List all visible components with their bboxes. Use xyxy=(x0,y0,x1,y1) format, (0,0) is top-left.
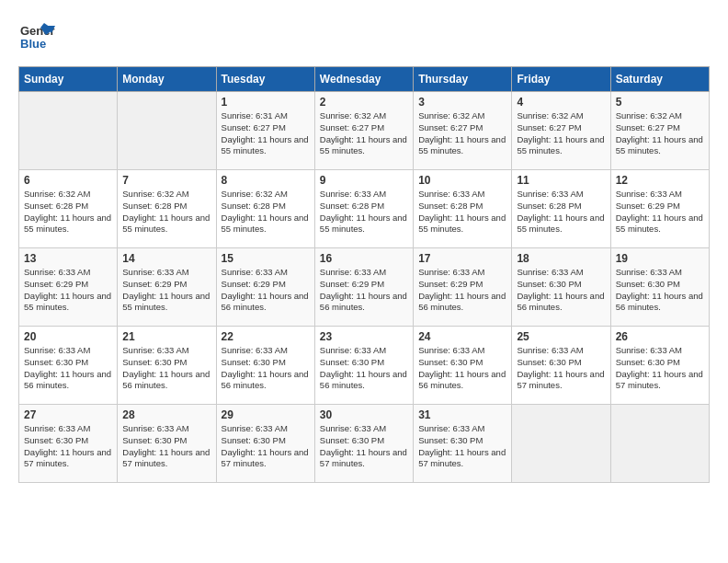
week-row-4: 20Sunrise: 6:33 AM Sunset: 6:30 PM Dayli… xyxy=(19,327,710,405)
calendar-cell: 22Sunrise: 6:33 AM Sunset: 6:30 PM Dayli… xyxy=(216,327,314,405)
day-info: Sunrise: 6:33 AM Sunset: 6:30 PM Dayligh… xyxy=(616,345,704,392)
day-number: 9 xyxy=(320,174,408,187)
day-number: 4 xyxy=(517,96,605,109)
day-number: 3 xyxy=(418,96,506,109)
calendar-cell: 4Sunrise: 6:32 AM Sunset: 6:27 PM Daylig… xyxy=(512,92,610,170)
day-number: 14 xyxy=(122,252,210,265)
calendar-cell: 7Sunrise: 6:32 AM Sunset: 6:28 PM Daylig… xyxy=(118,170,216,248)
calendar-cell: 31Sunrise: 6:33 AM Sunset: 6:30 PM Dayli… xyxy=(414,405,512,483)
svg-text:Blue: Blue xyxy=(20,37,46,51)
week-row-1: 1Sunrise: 6:31 AM Sunset: 6:27 PM Daylig… xyxy=(19,92,710,170)
day-info: Sunrise: 6:33 AM Sunset: 6:29 PM Dayligh… xyxy=(418,267,506,314)
calendar-cell: 13Sunrise: 6:33 AM Sunset: 6:29 PM Dayli… xyxy=(19,248,118,327)
day-info: Sunrise: 6:32 AM Sunset: 6:27 PM Dayligh… xyxy=(418,110,506,157)
calendar-cell: 11Sunrise: 6:33 AM Sunset: 6:28 PM Dayli… xyxy=(512,170,610,248)
day-info: Sunrise: 6:33 AM Sunset: 6:28 PM Dayligh… xyxy=(517,189,605,236)
day-number: 11 xyxy=(517,174,605,187)
day-number: 13 xyxy=(24,252,112,265)
calendar-cell: 21Sunrise: 6:33 AM Sunset: 6:30 PM Dayli… xyxy=(118,327,216,405)
calendar-cell: 16Sunrise: 6:33 AM Sunset: 6:29 PM Dayli… xyxy=(314,248,413,327)
calendar-cell: 26Sunrise: 6:33 AM Sunset: 6:30 PM Dayli… xyxy=(610,327,709,405)
day-info: Sunrise: 6:33 AM Sunset: 6:29 PM Dayligh… xyxy=(24,267,112,314)
calendar-cell: 15Sunrise: 6:33 AM Sunset: 6:29 PM Dayli… xyxy=(216,248,314,327)
header-thursday: Thursday xyxy=(414,67,512,92)
calendar-cell: 1Sunrise: 6:31 AM Sunset: 6:27 PM Daylig… xyxy=(216,92,314,170)
day-number: 25 xyxy=(517,330,605,343)
day-number: 7 xyxy=(122,174,210,187)
day-info: Sunrise: 6:33 AM Sunset: 6:30 PM Dayligh… xyxy=(418,345,506,392)
calendar-cell: 29Sunrise: 6:33 AM Sunset: 6:30 PM Dayli… xyxy=(216,405,314,483)
calendar-cell: 12Sunrise: 6:33 AM Sunset: 6:29 PM Dayli… xyxy=(610,170,709,248)
day-number: 31 xyxy=(418,408,506,421)
day-number: 6 xyxy=(24,174,112,187)
day-number: 16 xyxy=(320,252,408,265)
day-number: 12 xyxy=(616,174,704,187)
logo: General Blue xyxy=(18,18,55,59)
calendar-cell: 25Sunrise: 6:33 AM Sunset: 6:30 PM Dayli… xyxy=(512,327,610,405)
calendar-cell xyxy=(512,405,610,483)
calendar-cell: 28Sunrise: 6:33 AM Sunset: 6:30 PM Dayli… xyxy=(118,405,216,483)
day-info: Sunrise: 6:32 AM Sunset: 6:27 PM Dayligh… xyxy=(320,110,408,157)
calendar-cell: 23Sunrise: 6:33 AM Sunset: 6:30 PM Dayli… xyxy=(314,327,413,405)
calendar-table: SundayMondayTuesdayWednesdayThursdayFrid… xyxy=(18,66,710,483)
day-info: Sunrise: 6:33 AM Sunset: 6:30 PM Dayligh… xyxy=(320,423,408,470)
calendar-cell: 30Sunrise: 6:33 AM Sunset: 6:30 PM Dayli… xyxy=(314,405,413,483)
day-info: Sunrise: 6:33 AM Sunset: 6:30 PM Dayligh… xyxy=(320,345,408,392)
day-info: Sunrise: 6:33 AM Sunset: 6:30 PM Dayligh… xyxy=(24,345,112,392)
calendar-cell: 6Sunrise: 6:32 AM Sunset: 6:28 PM Daylig… xyxy=(19,170,118,248)
header-monday: Monday xyxy=(118,67,216,92)
day-info: Sunrise: 6:33 AM Sunset: 6:29 PM Dayligh… xyxy=(320,267,408,314)
day-number: 1 xyxy=(222,96,310,109)
day-number: 21 xyxy=(122,330,210,343)
calendar-header-row: SundayMondayTuesdayWednesdayThursdayFrid… xyxy=(19,67,710,92)
week-row-5: 27Sunrise: 6:33 AM Sunset: 6:30 PM Dayli… xyxy=(19,405,710,483)
day-info: Sunrise: 6:33 AM Sunset: 6:29 PM Dayligh… xyxy=(122,267,210,314)
header-friday: Friday xyxy=(512,67,610,92)
day-info: Sunrise: 6:33 AM Sunset: 6:30 PM Dayligh… xyxy=(122,423,210,470)
day-number: 26 xyxy=(616,330,704,343)
header-saturday: Saturday xyxy=(610,67,709,92)
week-row-2: 6Sunrise: 6:32 AM Sunset: 6:28 PM Daylig… xyxy=(19,170,710,248)
calendar-cell: 18Sunrise: 6:33 AM Sunset: 6:30 PM Dayli… xyxy=(512,248,610,327)
day-info: Sunrise: 6:33 AM Sunset: 6:30 PM Dayligh… xyxy=(222,423,310,470)
calendar-cell xyxy=(610,405,709,483)
day-number: 28 xyxy=(122,408,210,421)
day-number: 29 xyxy=(222,408,310,421)
calendar-cell: 10Sunrise: 6:33 AM Sunset: 6:28 PM Dayli… xyxy=(414,170,512,248)
calendar-cell: 24Sunrise: 6:33 AM Sunset: 6:30 PM Dayli… xyxy=(414,327,512,405)
header-tuesday: Tuesday xyxy=(216,67,314,92)
day-info: Sunrise: 6:33 AM Sunset: 6:28 PM Dayligh… xyxy=(320,189,408,236)
day-info: Sunrise: 6:33 AM Sunset: 6:30 PM Dayligh… xyxy=(616,267,704,314)
week-row-3: 13Sunrise: 6:33 AM Sunset: 6:29 PM Dayli… xyxy=(19,248,710,327)
day-number: 17 xyxy=(418,252,506,265)
day-number: 15 xyxy=(222,252,310,265)
calendar-cell: 9Sunrise: 6:33 AM Sunset: 6:28 PM Daylig… xyxy=(314,170,413,248)
day-number: 18 xyxy=(517,252,605,265)
day-info: Sunrise: 6:32 AM Sunset: 6:27 PM Dayligh… xyxy=(517,110,605,157)
day-info: Sunrise: 6:33 AM Sunset: 6:29 PM Dayligh… xyxy=(222,267,310,314)
header-wednesday: Wednesday xyxy=(314,67,413,92)
calendar-cell: 14Sunrise: 6:33 AM Sunset: 6:29 PM Dayli… xyxy=(118,248,216,327)
day-number: 8 xyxy=(222,174,310,187)
day-info: Sunrise: 6:33 AM Sunset: 6:28 PM Dayligh… xyxy=(418,189,506,236)
day-number: 5 xyxy=(616,96,704,109)
day-number: 20 xyxy=(24,330,112,343)
day-number: 23 xyxy=(320,330,408,343)
day-number: 24 xyxy=(418,330,506,343)
day-number: 19 xyxy=(616,252,704,265)
day-info: Sunrise: 6:33 AM Sunset: 6:30 PM Dayligh… xyxy=(222,345,310,392)
day-number: 27 xyxy=(24,408,112,421)
day-info: Sunrise: 6:32 AM Sunset: 6:28 PM Dayligh… xyxy=(122,189,210,236)
day-info: Sunrise: 6:33 AM Sunset: 6:30 PM Dayligh… xyxy=(517,345,605,392)
page-header: General Blue xyxy=(18,18,710,59)
day-info: Sunrise: 6:31 AM Sunset: 6:27 PM Dayligh… xyxy=(222,110,310,157)
calendar-cell xyxy=(118,92,216,170)
header-sunday: Sunday xyxy=(19,67,118,92)
calendar-cell: 2Sunrise: 6:32 AM Sunset: 6:27 PM Daylig… xyxy=(314,92,413,170)
day-info: Sunrise: 6:33 AM Sunset: 6:29 PM Dayligh… xyxy=(616,189,704,236)
day-info: Sunrise: 6:32 AM Sunset: 6:28 PM Dayligh… xyxy=(222,189,310,236)
day-number: 22 xyxy=(222,330,310,343)
logo-icon: General Blue xyxy=(18,18,55,59)
calendar-cell: 19Sunrise: 6:33 AM Sunset: 6:30 PM Dayli… xyxy=(610,248,709,327)
day-number: 30 xyxy=(320,408,408,421)
